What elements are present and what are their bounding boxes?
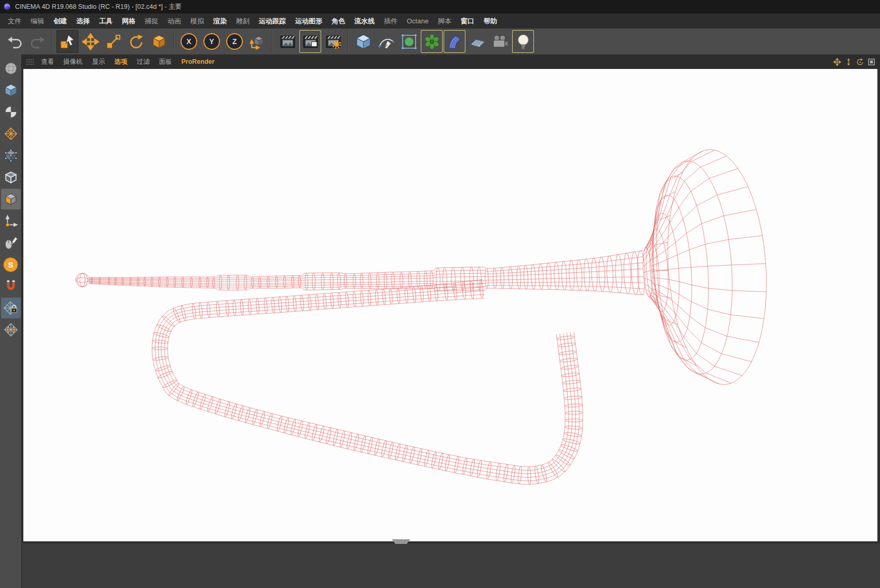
menu-pipeline[interactable]: 流水线 bbox=[350, 17, 379, 26]
enable-snap-button[interactable]: S bbox=[1, 254, 21, 275]
coordinate-system-button[interactable] bbox=[246, 30, 268, 53]
lock-workplane-button[interactable] bbox=[1, 298, 21, 318]
scale-button[interactable] bbox=[102, 30, 124, 53]
viewport-menu-view[interactable]: 查看 bbox=[36, 58, 59, 66]
edges-mode-button[interactable] bbox=[1, 167, 21, 188]
menu-edit[interactable]: 编辑 bbox=[26, 17, 49, 26]
menu-tools[interactable]: 工具 bbox=[94, 17, 117, 26]
viewport-corner-controls bbox=[833, 58, 880, 66]
redo-icon bbox=[29, 33, 46, 50]
add-camera-button[interactable] bbox=[489, 30, 511, 53]
menu-select[interactable]: 选择 bbox=[72, 17, 94, 26]
lock-y-axis-button[interactable]: Y bbox=[201, 30, 223, 53]
planar-workplane-button[interactable] bbox=[1, 319, 21, 340]
menu-sculpt[interactable]: 雕刻 bbox=[231, 17, 254, 26]
add-spline-pen-button[interactable] bbox=[375, 30, 397, 53]
lock-y-axis-icon: Y bbox=[203, 33, 220, 50]
recent-tool-button[interactable] bbox=[148, 30, 170, 53]
viewport-menu-cameras[interactable]: 摄像机 bbox=[59, 58, 88, 66]
points-mode-button[interactable] bbox=[1, 145, 21, 166]
trumpet-wireframe bbox=[23, 69, 877, 541]
timeline-collapsed-area bbox=[22, 543, 880, 588]
pen-icon bbox=[378, 33, 395, 50]
redo-button[interactable] bbox=[26, 30, 48, 53]
viewport-rotate-icon[interactable] bbox=[856, 58, 864, 66]
add-mograph-cloner-button[interactable] bbox=[421, 30, 443, 53]
floor-icon bbox=[469, 33, 486, 50]
add-deformer-button[interactable] bbox=[444, 30, 465, 53]
model-mode-button[interactable] bbox=[1, 80, 21, 101]
cube-blue-icon bbox=[355, 33, 372, 50]
viewport-frame bbox=[22, 69, 880, 543]
snap-settings-button[interactable] bbox=[1, 276, 21, 297]
add-floor-button[interactable] bbox=[466, 30, 488, 53]
deformer-icon bbox=[446, 33, 463, 50]
viewport-canvas[interactable] bbox=[23, 69, 877, 541]
add-light-button[interactable] bbox=[512, 30, 534, 53]
viewport-menu-options[interactable]: 选项 bbox=[110, 58, 132, 66]
rotate-button[interactable] bbox=[125, 30, 147, 53]
add-primitive-cube-button[interactable] bbox=[352, 30, 374, 53]
menu-create[interactable]: 创建 bbox=[49, 17, 72, 26]
menu-mesh[interactable]: 网格 bbox=[117, 17, 140, 26]
magnet-icon bbox=[3, 278, 19, 294]
undo-button[interactable] bbox=[4, 30, 25, 53]
menu-simulate[interactable]: 模拟 bbox=[186, 17, 209, 26]
menu-motion-tracker[interactable]: 运动跟踪 bbox=[254, 17, 291, 26]
render-view-button[interactable] bbox=[277, 30, 298, 53]
title-bar: CINEMA 4D R19.068 Studio (RC - R19) - [0… bbox=[0, 0, 880, 13]
move-button[interactable] bbox=[79, 30, 101, 53]
viewport-menu-filter[interactable]: 过滤 bbox=[132, 58, 155, 66]
viewport-menu-panel[interactable]: 面板 bbox=[155, 58, 177, 66]
menu-character[interactable]: 角色 bbox=[327, 17, 350, 26]
menu-help[interactable]: 帮助 bbox=[479, 17, 502, 26]
menu-octane[interactable]: Octane bbox=[402, 17, 433, 25]
render-picture-viewer-button[interactable] bbox=[299, 30, 321, 53]
lock-z-axis-button[interactable]: Z bbox=[224, 30, 245, 53]
workplane-mode-button[interactable] bbox=[1, 123, 21, 144]
lock-x-axis-icon: X bbox=[181, 33, 197, 50]
menu-window[interactable]: 窗口 bbox=[456, 17, 479, 26]
timeline-reveal-handle[interactable] bbox=[392, 539, 410, 544]
viewport-menu-display[interactable]: 显示 bbox=[88, 58, 110, 66]
edges-icon bbox=[3, 170, 19, 185]
mograph-icon bbox=[423, 33, 441, 50]
lock-z-axis-icon: Z bbox=[226, 33, 243, 50]
menu-plugins[interactable]: 插件 bbox=[379, 17, 402, 26]
cube-tool-icon bbox=[150, 33, 168, 50]
texture-mode-button[interactable] bbox=[1, 102, 21, 122]
move-icon bbox=[82, 33, 99, 50]
live-selection-button[interactable] bbox=[57, 30, 78, 53]
render-pv-icon bbox=[302, 33, 319, 50]
menu-file[interactable]: 文件 bbox=[3, 17, 26, 26]
make-editable-button[interactable] bbox=[1, 58, 21, 79]
lock-x-axis-button[interactable]: X bbox=[178, 30, 200, 53]
polygons-icon bbox=[3, 191, 19, 207]
menu-snap[interactable]: 捕捉 bbox=[140, 17, 163, 26]
toolbar: XYZ bbox=[0, 29, 880, 55]
viewport-menu-prorender[interactable]: ProRender bbox=[177, 58, 219, 65]
viewport-zoom-icon[interactable] bbox=[845, 58, 852, 66]
scale-icon bbox=[105, 33, 122, 50]
render-settings-button[interactable] bbox=[322, 30, 344, 53]
left-mode-palette: S bbox=[0, 54, 22, 588]
menu-mograph[interactable]: 运动图形 bbox=[291, 17, 327, 26]
menu-script[interactable]: 脚本 bbox=[433, 17, 456, 26]
light-icon bbox=[515, 33, 532, 50]
undo-icon bbox=[6, 33, 23, 50]
viewport-grip[interactable] bbox=[26, 59, 34, 65]
toolbar-separator bbox=[173, 31, 174, 52]
enable-axis-button[interactable] bbox=[1, 211, 21, 231]
texture-icon bbox=[3, 104, 19, 120]
mousepen-icon bbox=[3, 235, 19, 250]
window-title: CINEMA 4D R19.068 Studio (RC - R19) - [0… bbox=[15, 3, 182, 11]
viewport-solo-button[interactable] bbox=[1, 232, 21, 253]
model-icon bbox=[3, 82, 19, 98]
menu-render[interactable]: 渲染 bbox=[209, 17, 231, 26]
add-subdivision-surface-button[interactable] bbox=[398, 30, 420, 53]
viewport-pan-icon[interactable] bbox=[833, 58, 841, 66]
menu-animate[interactable]: 动画 bbox=[163, 17, 186, 26]
viewport-maximize-icon[interactable] bbox=[868, 58, 875, 66]
polygons-mode-button[interactable] bbox=[1, 189, 21, 209]
toolbar-separator bbox=[348, 31, 349, 52]
